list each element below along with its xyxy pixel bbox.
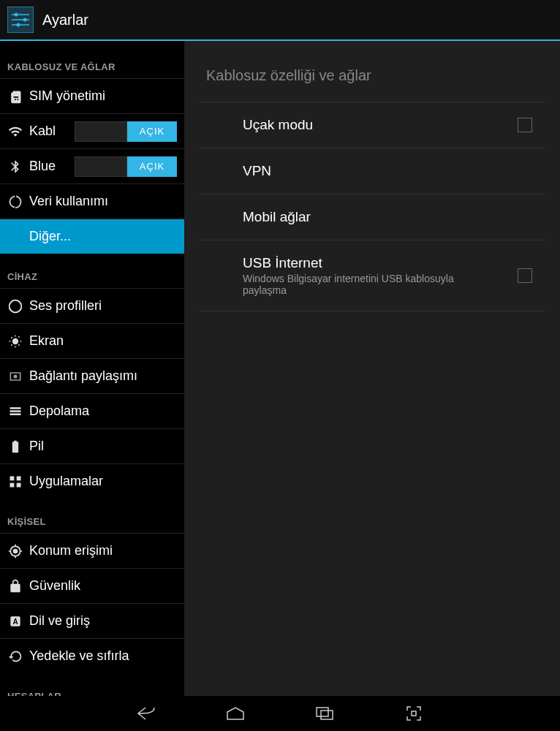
wifi-switch[interactable]: AÇIK <box>75 121 177 142</box>
main-item-title: Mobil ağlar <box>243 209 545 225</box>
svg-rect-14 <box>17 476 21 480</box>
bluetooth-switch[interactable]: AÇIK <box>75 156 177 177</box>
svg-rect-15 <box>10 482 15 487</box>
sidebar-item-security[interactable]: Güvenlik <box>0 568 184 603</box>
main-item-title: USB İnternet <box>243 255 518 271</box>
sidebar-item-more[interactable]: Diğer... <box>0 219 184 254</box>
svg-point-6 <box>17 23 20 27</box>
data-usage-icon <box>7 194 23 210</box>
storage-icon <box>7 404 23 420</box>
sidebar-item-wifi[interactable]: Kabl AÇIK <box>0 113 184 148</box>
recent-apps-button[interactable] <box>313 702 336 725</box>
sidebar-item-label: Veri kullanımı <box>29 194 177 209</box>
home-button[interactable] <box>224 702 247 725</box>
switch-thumb: AÇIK <box>127 156 177 177</box>
svg-rect-20 <box>321 711 333 719</box>
svg-point-5 <box>23 18 27 22</box>
sidebar-item-location[interactable]: Konum erişimi <box>0 533 184 568</box>
svg-rect-11 <box>10 410 21 412</box>
settings-app-icon <box>6 5 35 34</box>
bluetooth-icon <box>7 159 23 175</box>
svg-point-4 <box>15 13 18 17</box>
sidebar-item-bluetooth[interactable]: Blue AÇIK <box>0 148 184 183</box>
language-icon: A <box>7 613 23 629</box>
tether-icon <box>7 368 23 385</box>
apps-icon <box>7 474 23 490</box>
sidebar-item-label: Güvenlik <box>29 578 177 594</box>
sidebar-item-sim[interactable]: SIM yönetimi <box>0 78 184 113</box>
sidebar-item-backup[interactable]: Yedekle ve sıfırla <box>0 638 184 673</box>
sidebar-item-tethering[interactable]: Bağlantı paylaşımı <box>0 358 184 393</box>
back-button[interactable] <box>135 702 158 725</box>
sidebar-item-label: SIM yönetimi <box>29 88 177 104</box>
svg-text:A: A <box>12 618 18 626</box>
blank-icon <box>7 229 23 245</box>
airplane-checkbox[interactable] <box>518 118 532 132</box>
sidebar-item-label: Uygulamalar <box>29 474 177 489</box>
display-icon <box>7 333 23 349</box>
screenshot-button[interactable] <box>402 702 425 725</box>
sidebar-item-label: Konum erişimi <box>29 543 177 558</box>
titlebar: Ayarlar <box>0 0 560 41</box>
svg-rect-21 <box>412 711 416 716</box>
sim-icon <box>7 88 23 105</box>
sidebar-item-audio[interactable]: Ses profilleri <box>0 288 184 323</box>
sidebar-item-label: Yedekle ve sıfırla <box>29 648 177 664</box>
svg-rect-16 <box>17 482 21 487</box>
svg-rect-19 <box>317 708 328 716</box>
security-icon <box>7 578 23 594</box>
sidebar-item-label: Ekran <box>29 333 177 349</box>
sidebar-item-label: Dil ve giriş <box>29 613 177 629</box>
app-title: Ayarlar <box>42 12 88 29</box>
main-item-title: Uçak modu <box>243 117 518 133</box>
audio-icon <box>7 298 23 314</box>
main-item-subtitle: Windows Bilgisayar internetini USB kablo… <box>243 273 491 296</box>
sidebar-item-label: Ses profilleri <box>29 298 177 314</box>
wifi-icon <box>7 124 23 140</box>
sidebar-item-label: Depolama <box>29 404 177 419</box>
section-header-wireless: KABLOSUZ VE AĞLAR <box>0 41 184 78</box>
sidebar-item-label: Pil <box>29 439 177 454</box>
sidebar: KABLOSUZ VE AĞLAR SIM yönetimi Kabl AÇIK… <box>0 41 184 696</box>
usb-internet-checkbox[interactable] <box>518 268 532 283</box>
svg-rect-10 <box>10 407 21 409</box>
main-item-usb-internet[interactable]: USB İnternet Windows Bilgisayar internet… <box>199 240 545 311</box>
section-header-device: CİHAZ <box>0 254 184 288</box>
location-icon <box>7 543 23 559</box>
main-title: Kablosuz özelliği ve ağlar <box>199 41 545 102</box>
main-item-airplane[interactable]: Uçak modu <box>199 102 545 148</box>
sidebar-item-label: Kabl <box>29 124 75 139</box>
section-header-accounts: HESAPLAR <box>0 673 184 696</box>
main-item-vpn[interactable]: VPN <box>199 148 545 194</box>
section-header-personal: KİŞİSEL <box>0 499 184 533</box>
battery-icon <box>7 439 23 455</box>
sidebar-item-storage[interactable]: Depolama <box>0 393 184 428</box>
switch-thumb: AÇIK <box>127 121 177 142</box>
main-panel: Kablosuz özelliği ve ağlar Uçak modu VPN… <box>184 41 560 696</box>
sidebar-item-label: Blue <box>29 159 75 174</box>
main-item-title: VPN <box>243 163 545 179</box>
svg-rect-12 <box>10 413 21 415</box>
svg-point-9 <box>14 374 18 378</box>
sidebar-item-language[interactable]: A Dil ve giriş <box>0 603 184 638</box>
main-item-mobile-networks[interactable]: Mobil ağlar <box>199 194 545 240</box>
sidebar-item-data-usage[interactable]: Veri kullanımı <box>0 183 184 219</box>
sidebar-item-apps[interactable]: Uygulamalar <box>0 463 184 499</box>
navigation-bar <box>0 696 560 731</box>
sidebar-item-display[interactable]: Ekran <box>0 323 184 358</box>
sidebar-item-label: Bağlantı paylaşımı <box>29 368 177 384</box>
sidebar-item-battery[interactable]: Pil <box>0 428 184 463</box>
sidebar-item-label: Diğer... <box>29 229 177 244</box>
svg-rect-13 <box>10 476 15 480</box>
backup-icon <box>7 648 23 664</box>
